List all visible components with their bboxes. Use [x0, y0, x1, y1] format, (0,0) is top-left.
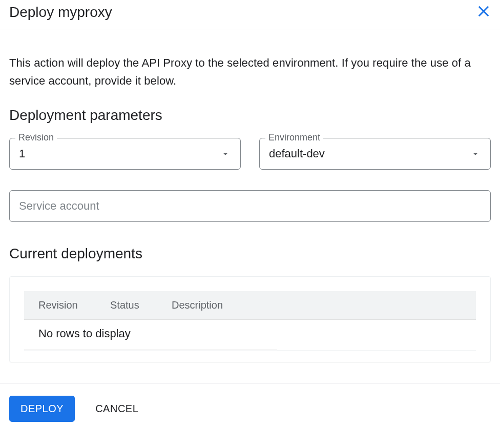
- close-icon[interactable]: [476, 4, 491, 18]
- th-description: Description: [172, 299, 462, 311]
- table-header-row: Revision Status Description: [24, 291, 476, 320]
- environment-label: Environment: [265, 132, 323, 143]
- table-body: No rows to display: [24, 320, 476, 351]
- cancel-button[interactable]: CANCEL: [95, 396, 138, 422]
- deploy-button[interactable]: DEPLOY: [9, 396, 75, 422]
- dialog-title: Deploy myproxy: [9, 4, 112, 21]
- deployments-heading: Current deployments: [9, 246, 491, 262]
- th-status: Status: [110, 299, 172, 311]
- parameters-row: Revision 1 Environment default-dev: [9, 138, 491, 170]
- dialog-header: Deploy myproxy: [0, 0, 500, 30]
- service-account-wrapper: [9, 190, 491, 222]
- service-account-input[interactable]: [9, 190, 491, 222]
- environment-field-wrapper: Environment default-dev: [259, 138, 491, 170]
- revision-field-wrapper: Revision 1: [9, 138, 241, 170]
- parameters-heading: Deployment parameters: [9, 107, 491, 124]
- dialog-content: This action will deploy the API Proxy to…: [0, 54, 500, 362]
- revision-label: Revision: [15, 132, 57, 143]
- description-text: This action will deploy the API Proxy to…: [9, 54, 491, 90]
- environment-value: default-dev: [269, 147, 325, 160]
- deployments-table-card: Revision Status Description No rows to d…: [9, 276, 491, 362]
- dialog-footer: DEPLOY CANCEL: [0, 383, 500, 434]
- th-revision: Revision: [38, 299, 110, 311]
- caret-down-icon: [470, 148, 481, 159]
- empty-message: No rows to display: [38, 327, 131, 340]
- caret-down-icon: [220, 148, 231, 159]
- revision-value: 1: [19, 147, 25, 160]
